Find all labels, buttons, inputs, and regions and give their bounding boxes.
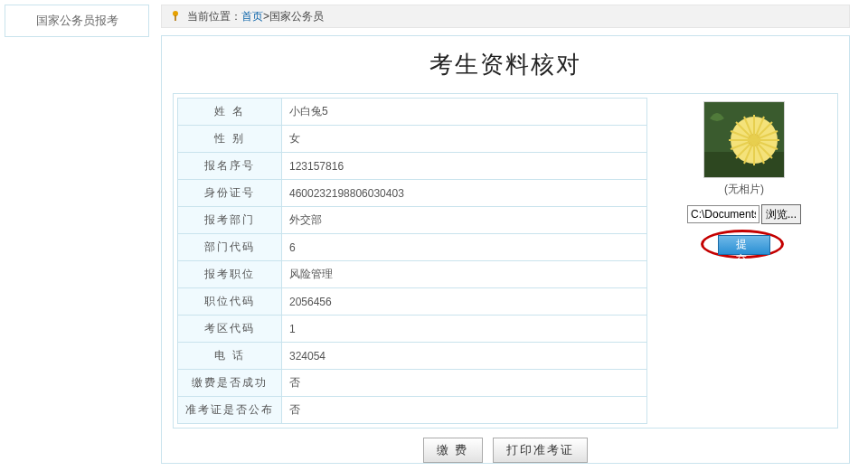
table-row: 身份证号 4600232198806030403 bbox=[178, 180, 647, 207]
photo-caption: (无相片) bbox=[724, 182, 764, 197]
breadcrumb-prefix: 当前位置： bbox=[187, 9, 241, 24]
breadcrumb-sep: > bbox=[263, 10, 269, 23]
candidate-table: 姓 名 小白兔5 性 别 女 报名序号 123157816 身份证号 bbox=[177, 98, 647, 424]
label-phone: 电 话 bbox=[178, 343, 282, 370]
table-row: 报考部门 外交部 bbox=[178, 207, 647, 234]
table-row: 缴费是否成功 否 bbox=[178, 370, 647, 397]
photo-column: (无相片) 浏览... 提 交 bbox=[655, 98, 834, 269]
label-position: 报考职位 bbox=[178, 261, 282, 288]
label-paid: 缴费是否成功 bbox=[178, 370, 282, 397]
breadcrumb-current: 国家公务员 bbox=[269, 9, 324, 24]
print-ticket-button[interactable]: 打印准考证 bbox=[493, 438, 588, 463]
table-row: 考区代码 1 bbox=[178, 316, 647, 343]
value-name: 小白兔5 bbox=[282, 99, 647, 126]
value-dept-code: 6 bbox=[282, 234, 647, 261]
value-phone: 324054 bbox=[282, 343, 647, 370]
table-row: 报考职位 风险管理 bbox=[178, 261, 647, 288]
browse-button[interactable]: 浏览... bbox=[761, 204, 801, 224]
sidebar-title: 国家公务员报考 bbox=[36, 13, 118, 29]
bottom-button-row: 缴 费 打印准考证 bbox=[173, 429, 838, 463]
pin-icon bbox=[169, 10, 182, 23]
breadcrumb: 当前位置： 首页 > 国家公务员 bbox=[161, 5, 850, 28]
label-gender: 性 别 bbox=[178, 126, 282, 153]
table-row: 报名序号 123157816 bbox=[178, 153, 647, 180]
table-row: 性 别 女 bbox=[178, 126, 647, 153]
breadcrumb-home-link[interactable]: 首页 bbox=[241, 9, 263, 24]
sidebar-panel: 国家公务员报考 bbox=[5, 5, 149, 37]
table-row: 电 话 324054 bbox=[178, 343, 647, 370]
page-title: 考生资料核对 bbox=[173, 36, 838, 93]
value-gender: 女 bbox=[282, 126, 647, 153]
main-panel: 考生资料核对 姓 名 小白兔5 性 别 女 报名序号 123 bbox=[161, 35, 850, 464]
table-row: 准考证是否公布 否 bbox=[178, 397, 647, 424]
value-dept: 外交部 bbox=[282, 207, 647, 234]
submit-photo-button[interactable]: 提 交 bbox=[718, 235, 770, 255]
value-area-code: 1 bbox=[282, 316, 647, 343]
svg-rect-1 bbox=[175, 15, 176, 21]
table-row: 姓 名 小白兔5 bbox=[178, 99, 647, 126]
label-area-code: 考区代码 bbox=[178, 316, 282, 343]
value-ticket: 否 bbox=[282, 397, 647, 424]
value-position-code: 2056456 bbox=[282, 288, 647, 316]
label-dept: 报考部门 bbox=[178, 207, 282, 234]
label-reg-no: 报名序号 bbox=[178, 153, 282, 180]
pay-button[interactable]: 缴 费 bbox=[423, 438, 483, 463]
file-path-input[interactable] bbox=[687, 205, 760, 223]
photo-preview bbox=[703, 101, 785, 178]
label-name: 姓 名 bbox=[178, 99, 282, 126]
value-id-no: 4600232198806030403 bbox=[282, 180, 647, 207]
info-container: 姓 名 小白兔5 性 别 女 报名序号 123157816 身份证号 bbox=[173, 93, 838, 429]
label-dept-code: 部门代码 bbox=[178, 234, 282, 261]
label-id-no: 身份证号 bbox=[178, 180, 282, 207]
label-ticket: 准考证是否公布 bbox=[178, 397, 282, 424]
value-reg-no: 123157816 bbox=[282, 153, 647, 180]
label-position-code: 职位代码 bbox=[178, 288, 282, 316]
table-row: 职位代码 2056456 bbox=[178, 288, 647, 316]
value-position: 风险管理 bbox=[282, 261, 647, 288]
table-row: 部门代码 6 bbox=[178, 234, 647, 261]
value-paid: 否 bbox=[282, 370, 647, 397]
